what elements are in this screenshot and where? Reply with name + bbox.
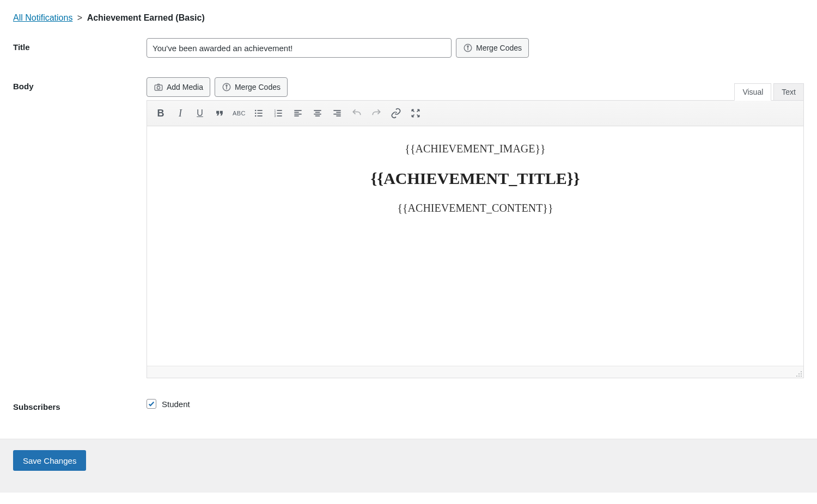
svg-point-8 <box>255 113 257 114</box>
add-media-button-label: Add Media <box>167 83 203 91</box>
svg-rect-2 <box>155 85 162 90</box>
toolbar-italic-button[interactable]: I <box>171 104 190 122</box>
merge-codes-icon <box>463 43 473 53</box>
toolbar-bold-button[interactable]: B <box>151 104 170 122</box>
svg-rect-7 <box>258 110 263 111</box>
check-icon <box>148 400 155 408</box>
toolbar-align-center-button[interactable] <box>308 104 327 122</box>
svg-point-3 <box>157 87 160 89</box>
svg-rect-25 <box>315 115 320 116</box>
svg-rect-13 <box>277 110 282 111</box>
editor-line-image: {{ACHIEVEMENT_IMAGE}} <box>156 143 795 155</box>
subscribers-label: Subscribers <box>13 398 147 411</box>
svg-rect-15 <box>277 113 282 114</box>
svg-rect-24 <box>314 114 321 115</box>
body-label: Body <box>13 77 147 91</box>
editor-tabs: Visual Text <box>732 83 804 101</box>
svg-point-33 <box>801 376 802 377</box>
toolbar-align-left-button[interactable] <box>289 104 307 122</box>
merge-codes-icon <box>222 82 231 92</box>
svg-point-5 <box>225 84 228 87</box>
toolbar-redo-button[interactable] <box>367 104 386 122</box>
svg-rect-17 <box>277 115 282 116</box>
svg-point-31 <box>801 373 802 374</box>
svg-rect-21 <box>294 115 298 116</box>
merge-codes-button-body-label: Merge Codes <box>235 83 281 91</box>
svg-rect-27 <box>336 112 340 113</box>
svg-point-1 <box>467 45 469 47</box>
toolbar-link-button[interactable] <box>387 104 405 122</box>
svg-rect-20 <box>294 114 301 115</box>
student-checkbox[interactable] <box>147 399 156 409</box>
svg-rect-19 <box>294 112 298 113</box>
merge-codes-button-label: Merge Codes <box>476 44 522 52</box>
toolbar-strikethrough-button[interactable]: ABC <box>230 104 248 122</box>
editor-line-title: {{ACHIEVEMENT_TITLE}} <box>156 169 795 188</box>
svg-point-32 <box>798 373 800 374</box>
svg-rect-26 <box>333 110 340 111</box>
add-media-button[interactable]: Add Media <box>147 77 210 97</box>
merge-codes-button-body[interactable]: Merge Codes <box>215 77 288 97</box>
svg-point-34 <box>798 376 800 377</box>
editor-toolbar: B I U ABC 123 <box>147 101 803 126</box>
title-input[interactable] <box>147 38 452 58</box>
svg-point-35 <box>796 376 797 377</box>
resize-handle-icon[interactable] <box>796 370 802 377</box>
editor-line-body: {{ACHIEVEMENT_CONTENT}} <box>156 202 795 214</box>
svg-rect-23 <box>315 112 320 113</box>
student-checkbox-label: Student <box>162 399 190 409</box>
svg-point-30 <box>801 371 802 372</box>
tab-text[interactable]: Text <box>773 83 804 101</box>
rich-text-editor: B I U ABC 123 <box>147 100 804 378</box>
toolbar-bullet-list-button[interactable] <box>249 104 268 122</box>
title-label: Title <box>13 38 147 52</box>
merge-codes-button-title[interactable]: Merge Codes <box>456 38 529 58</box>
svg-rect-29 <box>336 115 340 116</box>
toolbar-fullscreen-button[interactable] <box>406 104 425 122</box>
breadcrumb-link-all-notifications[interactable]: All Notifications <box>13 13 72 22</box>
toolbar-undo-button[interactable] <box>347 104 366 122</box>
svg-rect-11 <box>258 115 263 116</box>
breadcrumb: All Notifications > Achievement Earned (… <box>13 11 804 38</box>
svg-rect-28 <box>333 114 340 115</box>
toolbar-align-right-button[interactable] <box>328 104 346 122</box>
svg-point-6 <box>255 110 257 112</box>
editor-status-bar <box>147 366 803 378</box>
save-changes-button[interactable]: Save Changes <box>13 450 86 471</box>
toolbar-numbered-list-button[interactable]: 123 <box>269 104 288 122</box>
svg-point-10 <box>255 115 257 117</box>
svg-text:3: 3 <box>275 114 276 118</box>
breadcrumb-current: Achievement Earned (Basic) <box>87 13 205 22</box>
svg-rect-18 <box>294 110 301 111</box>
svg-rect-22 <box>314 110 321 111</box>
tab-visual[interactable]: Visual <box>734 83 771 101</box>
editor-content-area[interactable]: {{ACHIEVEMENT_IMAGE}} {{ACHIEVEMENT_TITL… <box>147 126 803 366</box>
breadcrumb-separator: > <box>77 13 82 22</box>
svg-rect-9 <box>258 113 263 114</box>
toolbar-underline-button[interactable]: U <box>191 104 209 122</box>
camera-icon <box>154 82 163 92</box>
toolbar-blockquote-button[interactable] <box>210 104 229 122</box>
